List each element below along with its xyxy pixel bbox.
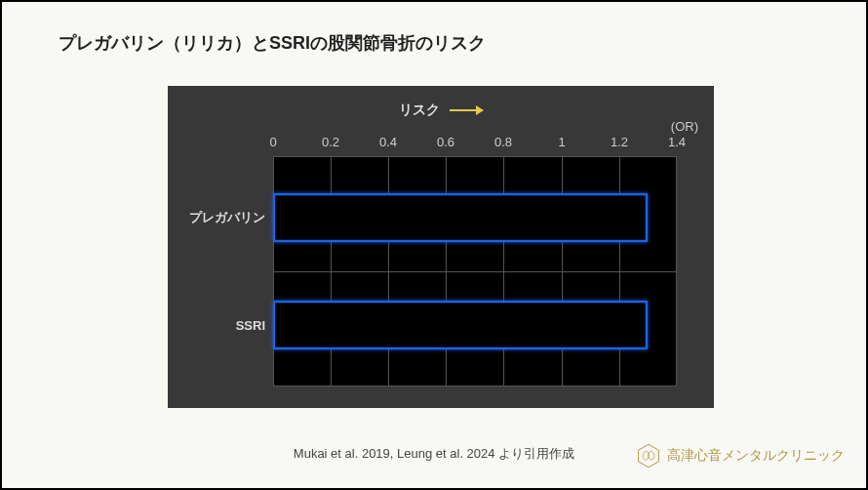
tick-label: 0.2: [322, 135, 339, 149]
tick-label: 0.6: [437, 135, 454, 149]
page-title: プレガバリン（リリカ）とSSRIの股関節骨折のリスク: [59, 31, 486, 55]
bar-ssri: [273, 301, 648, 349]
category-label: SSRI: [172, 318, 265, 333]
tick-label: 1.4: [668, 135, 686, 149]
tick-label: 0.8: [494, 135, 512, 149]
chart-container: リスク (OR) 0 0.2 0.4 0.6 0.8 1 1.2 1.4 プレガ…: [168, 86, 714, 408]
category-label: プレガバリン: [172, 209, 265, 226]
tick-label: 0.4: [379, 135, 397, 149]
tick-label: 1.2: [611, 135, 628, 149]
risk-text: リスク: [399, 102, 440, 117]
clinic-name: 高津心音メンタルクリニック: [667, 447, 845, 465]
or-unit-label: (OR): [671, 119, 698, 134]
arrow-right-icon: [450, 109, 483, 111]
risk-axis-label: リスク: [168, 102, 714, 119]
plot-area: [273, 156, 677, 387]
clinic-credit: 高津心音メンタルクリニック: [636, 443, 845, 469]
bar-pregabalin: [273, 193, 648, 242]
tick-label: 1: [558, 135, 565, 149]
clinic-logo-icon: [636, 443, 661, 469]
tick-label: 0: [269, 135, 276, 149]
